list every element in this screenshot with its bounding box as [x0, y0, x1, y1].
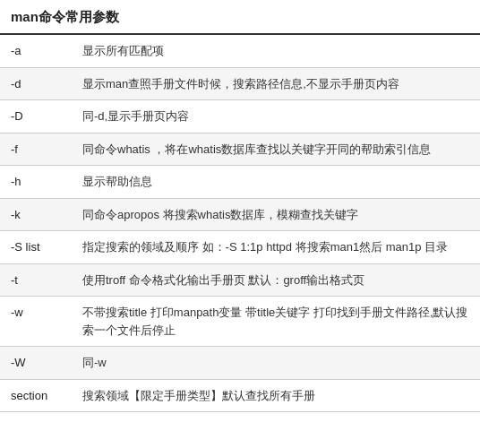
- description-cell: 显示所有匹配项: [72, 35, 480, 67]
- description-cell: 搜索领域【限定手册类型】默认查找所有手册: [72, 379, 480, 412]
- table-row: -W同-w: [0, 347, 480, 380]
- param-cell: -t: [0, 263, 72, 297]
- param-cell: -h: [0, 166, 72, 199]
- table-row: -f同命令whatis ，将在whatis数据库查找以关键字开同的帮助索引信息: [0, 133, 480, 166]
- param-cell: -S list: [0, 231, 72, 264]
- param-cell: -D: [0, 100, 72, 134]
- param-cell: -w: [0, 297, 72, 347]
- description-cell: 同命令whatis ，将在whatis数据库查找以关键字开同的帮助索引信息: [72, 133, 480, 166]
- param-cell: -a: [0, 35, 72, 67]
- param-cell: -d: [0, 67, 72, 100]
- table-row: -D同-d,显示手册页内容: [0, 100, 480, 134]
- page-title: man命令常用参数: [0, 0, 480, 35]
- description-cell: 指定搜索的领域及顺序 如：-S 1:1p httpd 将搜索man1然后 man…: [72, 231, 480, 264]
- param-cell: -k: [0, 198, 72, 231]
- table-row: -d显示man查照手册文件时候，搜索路径信息,不显示手册页内容: [0, 67, 480, 100]
- table-row: -S list指定搜索的领域及顺序 如：-S 1:1p httpd 将搜索man…: [0, 231, 480, 264]
- description-cell: 不带搜索title 打印manpath变量 带title关键字 打印找到手册文件…: [72, 297, 480, 347]
- table-row: -w不带搜索title 打印manpath变量 带title关键字 打印找到手册…: [0, 297, 480, 347]
- description-cell: 同-w: [72, 347, 480, 380]
- table-row: -a显示所有匹配项: [0, 35, 480, 67]
- table-row: -k同命令apropos 将搜索whatis数据库，模糊查找关键字: [0, 198, 480, 231]
- description-cell: 使用troff 命令格式化输出手册页 默认：groff输出格式页: [72, 263, 480, 297]
- table-row: section搜索领域【限定手册类型】默认查找所有手册: [0, 379, 480, 412]
- description-cell: 显示man查照手册文件时候，搜索路径信息,不显示手册页内容: [72, 67, 480, 100]
- description-cell: 同-d,显示手册页内容: [72, 100, 480, 134]
- table-row: -t使用troff 命令格式化输出手册页 默认：groff输出格式页: [0, 263, 480, 297]
- param-cell: section: [0, 379, 72, 412]
- page-container: man命令常用参数 -a显示所有匹配项-d显示man查照手册文件时候，搜索路径信…: [0, 0, 480, 412]
- table-row: -h显示帮助信息: [0, 166, 480, 199]
- param-cell: -f: [0, 133, 72, 166]
- param-cell: -W: [0, 347, 72, 380]
- description-cell: 显示帮助信息: [72, 166, 480, 199]
- description-cell: 同命令apropos 将搜索whatis数据库，模糊查找关键字: [72, 198, 480, 231]
- params-table: -a显示所有匹配项-d显示man查照手册文件时候，搜索路径信息,不显示手册页内容…: [0, 35, 480, 412]
